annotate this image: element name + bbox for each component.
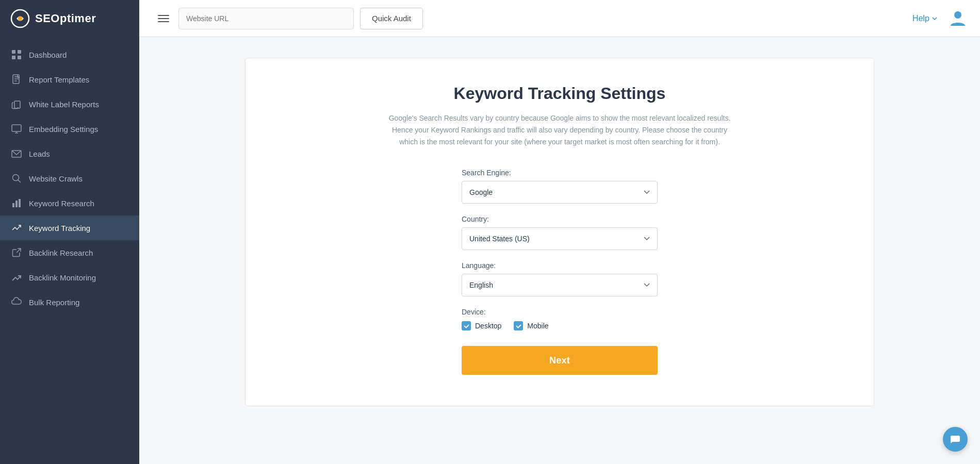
svg-point-1 <box>18 16 22 21</box>
sidebar-item-website-crawls[interactable]: Website Crawls <box>0 166 139 191</box>
copy-icon <box>11 99 22 109</box>
search-engine-group: Search Engine: Google Bing Yahoo <box>462 169 658 204</box>
checkmark-icon <box>464 323 469 329</box>
content-card: Keyword Tracking Settings Google's Searc… <box>245 58 874 406</box>
main-content: Keyword Tracking Settings Google's Searc… <box>139 37 980 464</box>
header: SEOptimer Quick Audit Help <box>0 0 980 37</box>
mobile-checkbox[interactable] <box>514 321 523 330</box>
sidebar-label-report-templates: Report Templates <box>29 75 89 84</box>
sidebar-item-report-templates[interactable]: Report Templates <box>0 67 139 92</box>
file-icon <box>11 74 22 85</box>
search-engine-label: Search Engine: <box>462 169 658 177</box>
sidebar-label-white-label: White Label Reports <box>29 100 99 109</box>
svg-rect-9 <box>12 125 21 131</box>
help-button[interactable]: Help <box>912 14 938 23</box>
desktop-label: Desktop <box>475 322 501 330</box>
svg-point-2 <box>954 11 961 19</box>
search-engine-select[interactable]: Google Bing Yahoo <box>462 181 658 204</box>
svg-rect-8 <box>14 101 20 108</box>
chevron-down-icon <box>932 15 938 22</box>
language-select[interactable]: English Spanish French German <box>462 274 658 296</box>
device-options: Desktop Mobile <box>462 321 658 330</box>
search-icon <box>11 173 22 184</box>
sidebar-item-keyword-tracking[interactable]: Keyword Tracking <box>0 216 139 240</box>
monitor-icon <box>11 124 22 134</box>
sidebar-item-white-label[interactable]: White Label Reports <box>0 92 139 117</box>
desktop-checkbox[interactable] <box>462 321 471 330</box>
language-group: Language: English Spanish French German <box>462 261 658 296</box>
sidebar-label-website-crawls: Website Crawls <box>29 174 83 183</box>
checkmark-mobile-icon <box>516 323 521 329</box>
layout: Dashboard Report Templates White Label R… <box>0 37 980 464</box>
svg-rect-3 <box>12 50 15 54</box>
device-label: Device: <box>462 308 658 316</box>
sidebar-label-embedding: Embedding Settings <box>29 125 98 134</box>
sidebar-label-leads: Leads <box>29 150 50 158</box>
hamburger-button[interactable] <box>155 10 172 27</box>
trending-icon <box>11 223 22 233</box>
country-select[interactable]: United States (US) United Kingdom (UK) A… <box>462 227 658 250</box>
language-label: Language: <box>462 261 658 270</box>
bar-chart-icon <box>11 198 22 208</box>
chat-icon <box>950 434 961 445</box>
seoptimer-logo-icon <box>10 9 30 28</box>
svg-rect-5 <box>12 56 15 59</box>
url-input[interactable] <box>178 8 354 29</box>
header-center: Quick Audit <box>155 8 423 29</box>
page-description: Google's Search Results vary by country … <box>384 112 735 148</box>
chat-bubble-button[interactable] <box>943 427 968 452</box>
country-group: Country: United States (US) United Kingd… <box>462 215 658 250</box>
sidebar-item-embedding[interactable]: Embedding Settings <box>0 117 139 141</box>
external-link-icon <box>11 247 22 258</box>
sidebar-item-dashboard[interactable]: Dashboard <box>0 42 139 67</box>
sidebar-item-keyword-research[interactable]: Keyword Research <box>0 191 139 216</box>
mobile-option[interactable]: Mobile <box>514 321 548 330</box>
quick-audit-button[interactable]: Quick Audit <box>360 8 423 29</box>
svg-rect-14 <box>19 199 21 207</box>
cloud-icon <box>11 297 22 307</box>
trending-up-icon <box>11 272 22 283</box>
desktop-option[interactable]: Desktop <box>462 321 501 330</box>
sidebar-label-bulk-reporting: Bulk Reporting <box>29 298 79 307</box>
svg-rect-12 <box>12 203 14 207</box>
country-label: Country: <box>462 215 658 223</box>
user-avatar-button[interactable] <box>948 8 968 29</box>
svg-rect-4 <box>18 50 21 54</box>
next-button[interactable]: Next <box>462 346 658 375</box>
svg-point-11 <box>13 175 19 181</box>
logo-text: SEOptimer <box>35 12 96 25</box>
page-title: Keyword Tracking Settings <box>454 84 666 103</box>
sidebar-label-dashboard: Dashboard <box>29 51 67 59</box>
logo-area: SEOptimer <box>0 0 139 37</box>
grid-icon <box>11 49 22 60</box>
sidebar-item-leads[interactable]: Leads <box>0 141 139 166</box>
sidebar-label-backlink-research: Backlink Research <box>29 248 93 257</box>
sidebar-label-keyword-tracking: Keyword Tracking <box>29 224 90 233</box>
sidebar-label-keyword-research: Keyword Research <box>29 199 94 208</box>
envelope-icon <box>11 148 22 159</box>
sidebar-label-backlink-monitoring: Backlink Monitoring <box>29 273 96 282</box>
header-right: Help <box>912 8 968 29</box>
sidebar-item-bulk-reporting[interactable]: Bulk Reporting <box>0 290 139 314</box>
svg-rect-6 <box>18 56 21 59</box>
settings-form: Search Engine: Google Bing Yahoo Country… <box>462 169 658 375</box>
sidebar-item-backlink-monitoring[interactable]: Backlink Monitoring <box>0 265 139 290</box>
sidebar: Dashboard Report Templates White Label R… <box>0 37 139 464</box>
sidebar-item-backlink-research[interactable]: Backlink Research <box>0 240 139 265</box>
user-avatar-icon <box>948 8 968 27</box>
device-group: Device: Desktop <box>462 308 658 330</box>
mobile-label: Mobile <box>527 322 548 330</box>
svg-rect-13 <box>15 201 18 207</box>
